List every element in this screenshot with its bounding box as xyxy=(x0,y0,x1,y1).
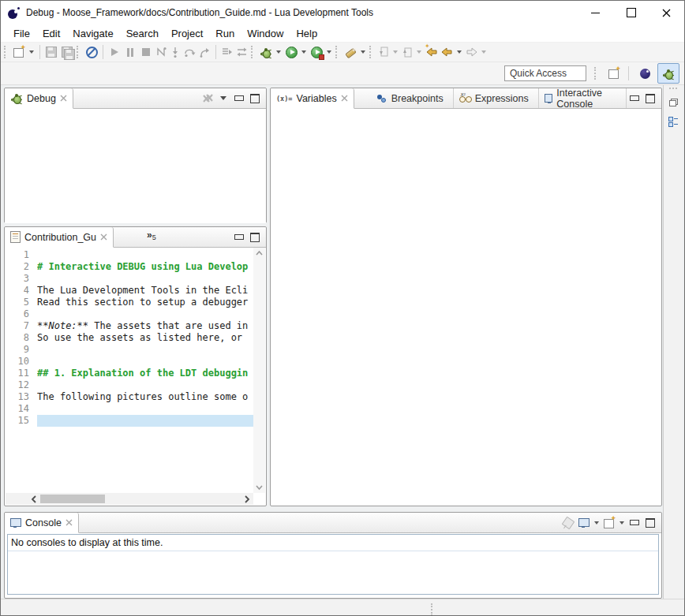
remove-all-terminated-button[interactable] xyxy=(200,91,215,106)
editor-line-7[interactable]: 7**Note:** The assets that are used in xyxy=(6,320,253,332)
menu-file[interactable]: File xyxy=(7,26,36,41)
maximize-window-button[interactable] xyxy=(613,1,649,24)
lua-perspective-button[interactable] xyxy=(634,63,656,84)
disconnect-button[interactable] xyxy=(154,43,168,61)
perspective-grip[interactable] xyxy=(594,67,598,80)
editor-line-2[interactable]: 2# Interactive DEBUG using Lua Develop xyxy=(6,261,253,273)
debug-button[interactable] xyxy=(258,43,274,61)
restore-view-button[interactable] xyxy=(665,95,681,110)
editor-vertical-scrollbar[interactable] xyxy=(253,248,265,493)
close-tab-icon[interactable] xyxy=(66,519,73,526)
save-all-button[interactable] xyxy=(59,43,75,61)
toolbar-grip[interactable] xyxy=(77,46,80,58)
close-tab-icon[interactable] xyxy=(100,233,107,241)
debug-perspective-button[interactable] xyxy=(657,63,679,84)
display-selected-console-button[interactable] xyxy=(576,515,592,531)
editor-maximize-button[interactable] xyxy=(247,230,263,245)
editor-line-6[interactable]: 6 xyxy=(6,308,253,320)
editor-line-11[interactable]: 11## 1. Explanation of the LDT debuggin xyxy=(6,368,253,379)
use-step-filters-button[interactable] xyxy=(234,43,249,61)
editor-text-area[interactable]: 12# Interactive DEBUG using Lua Develop3… xyxy=(6,249,253,427)
menu-project[interactable]: Project xyxy=(165,26,209,41)
debug-view-menu-button[interactable] xyxy=(215,91,231,106)
step-over-button[interactable] xyxy=(182,43,197,61)
variables-minimize-button[interactable] xyxy=(627,91,642,106)
skip-all-breakpoints-button[interactable] xyxy=(84,43,99,61)
run-dropdown[interactable] xyxy=(301,50,306,54)
menu-edit[interactable]: Edit xyxy=(36,26,66,41)
last-edit-location-button[interactable]: ✦ xyxy=(424,43,440,61)
editor-line-13[interactable]: 13The following pictures outline some o xyxy=(6,391,253,403)
scroll-up-icon[interactable] xyxy=(256,250,263,257)
step-into-button[interactable] xyxy=(168,43,182,61)
back-dropdown[interactable] xyxy=(457,50,462,54)
suspend-button[interactable] xyxy=(122,43,138,61)
editor-line-8[interactable]: 8So use the assets as listed here, or xyxy=(6,332,253,344)
new-wizard-dropdown[interactable] xyxy=(29,50,34,54)
editor-line-3[interactable]: 3 xyxy=(6,273,253,285)
tab-breakpoints[interactable]: Breakpoints xyxy=(372,88,454,108)
pin-console-button[interactable] xyxy=(560,515,576,531)
editor-line-12[interactable]: 12 xyxy=(6,379,253,391)
editor-line-1[interactable]: 1 xyxy=(6,249,253,261)
run-button[interactable] xyxy=(283,43,299,61)
new-wizard-button[interactable]: ✦ xyxy=(11,43,27,61)
menu-navigate[interactable]: Navigate xyxy=(66,26,119,41)
editor-minimize-button[interactable] xyxy=(231,230,247,245)
variables-maximize-button[interactable] xyxy=(642,91,658,106)
scroll-right-icon[interactable] xyxy=(244,495,250,503)
debug-view-content[interactable] xyxy=(5,109,266,223)
scroll-down-icon[interactable] xyxy=(256,483,263,491)
mark-occurrences-dropdown[interactable] xyxy=(361,50,365,54)
display-console-dropdown[interactable] xyxy=(594,521,599,525)
console-content[interactable]: No consoles to display at this time. xyxy=(7,534,659,595)
toolbar-grip[interactable] xyxy=(369,46,373,58)
terminate-button[interactable] xyxy=(138,43,154,61)
tab-debug[interactable]: Debug xyxy=(5,88,73,109)
menu-help[interactable]: Help xyxy=(290,26,324,41)
step-return-button[interactable] xyxy=(197,43,212,61)
tab-variables[interactable]: (x)= Variables xyxy=(271,88,354,109)
editor-line-9[interactable]: 9 xyxy=(6,344,253,356)
menu-run[interactable]: Run xyxy=(209,26,241,41)
editor-line-14[interactable]: 14 xyxy=(6,403,253,415)
quick-access-input[interactable]: Quick Access xyxy=(504,65,586,81)
drop-to-frame-button[interactable] xyxy=(219,43,234,61)
tab-console[interactable]: Console xyxy=(5,513,79,533)
editor-line-5[interactable]: 5Read this section to setup a debugger xyxy=(6,297,253,308)
editor-horizontal-scrollbar[interactable] xyxy=(6,493,253,505)
debug-view-maximize-button[interactable] xyxy=(247,91,263,106)
hidden-editors-chevron[interactable]: »5 xyxy=(142,227,161,247)
toolbar-grip[interactable] xyxy=(335,46,339,58)
back-button[interactable] xyxy=(440,43,455,61)
resume-button[interactable] xyxy=(107,43,122,61)
open-perspective-button[interactable]: ✦ xyxy=(603,63,625,84)
mark-occurrences-button[interactable] xyxy=(342,43,358,61)
next-annotation-button[interactable] xyxy=(376,43,391,61)
editor-line-10[interactable]: 10 xyxy=(6,356,253,368)
open-console-dropdown[interactable] xyxy=(619,521,624,525)
console-minimize-button[interactable] xyxy=(627,515,642,531)
variables-content[interactable] xyxy=(271,109,661,505)
editor-line-15[interactable]: 15 xyxy=(6,415,253,427)
menu-search[interactable]: Search xyxy=(120,26,165,41)
close-tab-icon[interactable] xyxy=(60,95,67,102)
coverage-button[interactable] xyxy=(309,43,324,61)
coverage-dropdown[interactable] xyxy=(327,50,331,54)
console-maximize-button[interactable] xyxy=(642,515,658,531)
hscroll-thumb[interactable] xyxy=(40,495,105,503)
tab-expressions[interactable]: x² Expressions xyxy=(454,88,539,108)
tab-interactive-console[interactable]: Interactive Console xyxy=(539,88,627,108)
scroll-left-icon[interactable] xyxy=(31,495,37,503)
save-button[interactable] xyxy=(43,43,59,61)
previous-annotation-dropdown[interactable] xyxy=(417,50,421,54)
forward-dropdown[interactable] xyxy=(481,50,486,54)
minimize-window-button[interactable] xyxy=(578,1,613,24)
editor-line-4[interactable]: 4The Lua Development Tools in the Ecli xyxy=(6,285,253,297)
close-tab-icon[interactable] xyxy=(341,95,348,102)
toolbar-grip[interactable] xyxy=(4,46,8,58)
forward-button[interactable] xyxy=(464,43,479,61)
menu-window[interactable]: Window xyxy=(241,26,290,41)
toolbar-grip[interactable] xyxy=(251,46,255,58)
previous-annotation-button[interactable] xyxy=(400,43,414,61)
